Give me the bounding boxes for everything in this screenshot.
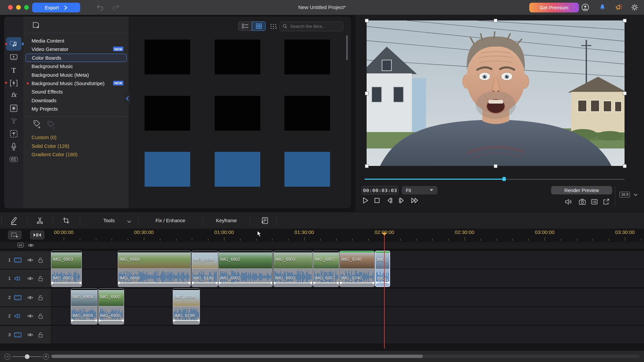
sidebar-item-voiceover[interactable] [4,142,23,151]
search-input[interactable] [289,23,338,29]
track-lock-toggle[interactable] [38,295,43,301]
volume-keyframe-dot[interactable] [337,282,339,284]
volume-keyframe-dot[interactable] [219,282,221,284]
library-category-downloads[interactable]: Downloads [25,96,127,105]
timeline-clip-img[interactable]: IMG_IMG_ [375,251,390,287]
library-tag-solid-color-126[interactable]: Solid Color (126) [25,142,127,150]
clip-volume-line[interactable] [99,320,123,321]
volume-keyframe-dot[interactable] [173,319,175,321]
track-lock-toggle[interactable] [38,257,43,263]
volume-keyframe-dot[interactable] [122,319,124,321]
whats-new-button[interactable] [615,3,623,11]
aspect-ratio-button[interactable]: 16:9 [620,192,630,197]
library-category-background-music[interactable]: Background Music [25,62,127,70]
library-category-sound-effects[interactable]: Sound Effects [25,87,127,96]
track-visibility-toggle[interactable] [27,276,34,281]
manage-tracks-button[interactable] [8,231,21,239]
marker-list-button[interactable] [591,198,598,205]
library-category-video-generator[interactable]: Video GeneratorNEW [25,45,127,53]
stop-button[interactable] [373,196,381,205]
volume-keyframe-dot[interactable] [95,319,97,321]
color-board-tile[interactable] [215,152,260,187]
timeline-clip-img-6903[interactable]: IMG_6903IMG_6903 [51,251,82,287]
volume-keyframe-dot[interactable] [376,282,378,284]
next-frame-button[interactable] [397,196,406,205]
sidebar-item-particles[interactable] [4,117,23,125]
caption-track-visibility-toggle[interactable] [28,243,34,248]
zoom-slider-handle[interactable] [25,354,30,359]
color-board-tile[interactable] [215,40,260,74]
render-preview-button[interactable]: Render Preview [551,186,612,194]
sidebar-item-captions[interactable]: CC [4,156,23,162]
notifications-button[interactable] [598,3,606,11]
sidebar-item-video[interactable] [4,54,23,61]
split-tool-button[interactable] [36,217,44,225]
timeline-clip-img-6903[interactable]: IMG_6903IMG_6903 [273,251,313,287]
volume-keyframe-dot[interactable] [274,282,276,284]
selection-handle[interactable] [623,164,627,168]
zoom-in-button[interactable]: + [43,354,49,360]
color-board-tile[interactable] [215,96,260,131]
library-search[interactable] [279,21,343,31]
sidebar-item-media[interactable] [4,40,23,48]
keyframe-button[interactable]: Keyframe [216,218,237,223]
playhead-line[interactable] [384,234,385,349]
volume-keyframe-dot[interactable] [192,282,194,284]
timeline-clip-img-6907[interactable]: IMG_6907IMG_6907 [313,251,339,287]
playhead-marker[interactable] [382,233,387,236]
add-tag-button[interactable] [32,119,42,129]
volume-keyframe-dot[interactable] [71,319,73,321]
timecode-display[interactable]: 00:00:03:03 [362,186,398,194]
volume-keyframe-dot[interactable] [51,282,53,284]
detach-window-button[interactable] [602,198,610,205]
clip-volume-line[interactable] [72,320,97,321]
settings-button[interactable] [631,3,639,11]
fix-enhance-button[interactable]: Fix / Enhance [156,218,185,223]
volume-keyframe-dot[interactable] [118,282,120,284]
mute-button[interactable] [565,198,572,205]
seekbar-handle[interactable] [502,177,506,181]
remove-tag-button[interactable] [46,120,56,129]
sidebar-item-effects[interactable]: fx [4,92,23,98]
volume-keyframe-dot[interactable] [310,282,312,284]
crop-tool-button[interactable] [62,217,70,225]
timeline-clip-img-6904[interactable]: IMG_6904IMG_6904 [71,288,98,324]
snapshot-button[interactable] [579,198,586,205]
tools-dropdown[interactable]: Tools [103,218,115,223]
clip-volume-line[interactable] [119,283,190,283]
import-media-button[interactable] [32,21,41,29]
track-lock-toggle[interactable] [38,332,43,338]
volume-keyframe-dot[interactable] [372,282,374,284]
grid-scrollbar[interactable] [346,35,348,60]
track-visibility-toggle[interactable] [27,295,34,300]
selection-handle[interactable] [623,19,627,22]
library-category-color-boards[interactable]: Color Boards [25,54,127,62]
timeline-clip-img-9240[interactable]: IMG_9240IMG_9240 [339,251,375,287]
fast-forward-button[interactable] [410,196,419,205]
library-category-my-projects[interactable]: My Projects [25,105,127,113]
volume-keyframe-dot[interactable] [99,319,101,321]
sidebar-item-titles[interactable]: T [4,66,23,75]
color-board-tile[interactable] [145,40,190,74]
seekbar-track[interactable] [506,179,625,180]
volume-keyframe-dot[interactable] [189,282,191,284]
clip-volume-line[interactable] [219,283,272,283]
sidebar-item-elements[interactable]: * [4,104,23,112]
timeline-clip-img-6198[interactable]: IMG_6198IMG_6198 [192,251,218,287]
color-board-tile[interactable] [284,96,330,131]
volume-keyframe-dot[interactable] [216,282,218,284]
account-button[interactable] [581,3,589,11]
library-category-background-music-meta[interactable]: Background Music (Meta) [25,71,127,79]
clip-volume-line[interactable] [376,282,389,283]
track-visibility-toggle[interactable] [27,258,34,262]
volume-keyframe-dot[interactable] [387,282,389,284]
zoom-fit-dropdown[interactable]: Fit [402,186,437,194]
thumbnail-size-button[interactable] [269,23,277,30]
list-view-button[interactable] [238,21,252,31]
selection-handle[interactable] [365,92,369,95]
track-visibility-toggle[interactable] [27,333,34,337]
track-lock-toggle[interactable] [38,313,43,319]
clip-volume-line[interactable] [340,283,374,283]
get-premium-button[interactable]: Get Premium [529,3,579,12]
clip-volume-line[interactable] [314,283,338,283]
